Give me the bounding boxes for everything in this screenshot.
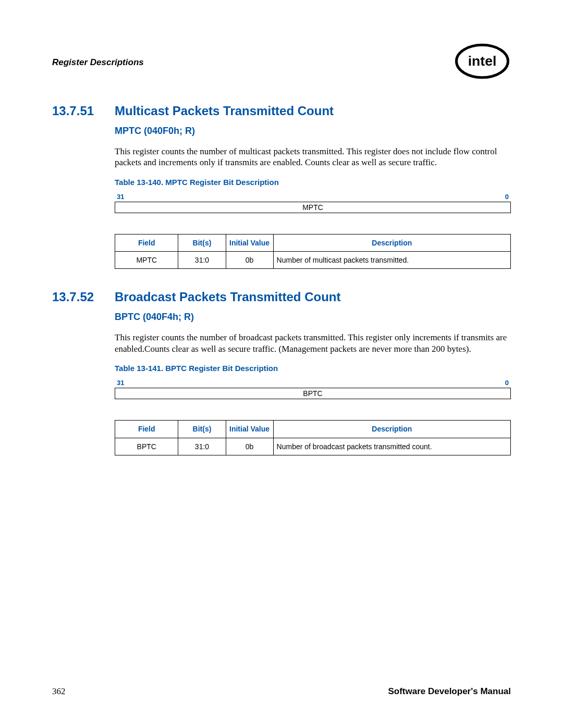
- register-table-2: Field Bit(s) Initial Value Description B…: [115, 420, 511, 455]
- td-initial: 0b: [226, 252, 273, 269]
- section-number: 13.7.51: [52, 104, 115, 118]
- th-desc: Description: [273, 420, 510, 438]
- register-table-1: Field Bit(s) Initial Value Description M…: [115, 234, 511, 269]
- th-initial: Initial Value: [226, 234, 273, 252]
- td-bits: 31:0: [178, 252, 226, 269]
- register-subheading: BPTC (040F4h; R): [115, 312, 511, 323]
- td-initial: 0b: [226, 438, 273, 455]
- th-bits: Bit(s): [178, 234, 226, 252]
- th-field: Field: [115, 420, 178, 438]
- chapter-title: Register Descriptions: [52, 57, 144, 68]
- svg-text:intel: intel: [468, 53, 497, 69]
- page-footer: 362 Software Developer's Manual: [52, 686, 511, 697]
- table-caption: Table 13-141. BPTC Register Bit Descript…: [115, 364, 511, 373]
- td-field: MPTC: [115, 252, 178, 269]
- th-field: Field: [115, 234, 178, 252]
- page-container: Register Descriptions intel 13.7.51 Mult…: [0, 0, 563, 728]
- section-body: This register counts the number of broad…: [115, 332, 511, 354]
- bit-field-box: MPTC: [115, 202, 511, 213]
- page-number: 362: [52, 686, 66, 697]
- section-title: Multicast Packets Transmitted Count: [115, 104, 334, 118]
- section-content-1: MPTC (040F0h; R) This register counts th…: [115, 126, 511, 269]
- td-desc: Number of multicast packets transmitted.: [273, 252, 510, 269]
- table-header-row: Field Bit(s) Initial Value Description: [115, 420, 511, 438]
- td-desc: Number of broadcast packets transmitted …: [273, 438, 510, 455]
- bit-field-box: BPTC: [115, 388, 511, 399]
- intel-logo-icon: intel: [454, 42, 511, 83]
- section-title: Broadcast Packets Transmitted Count: [115, 290, 340, 304]
- bit-high: 31: [117, 193, 124, 201]
- th-bits: Bit(s): [178, 420, 226, 438]
- td-field: BPTC: [115, 438, 178, 455]
- bit-range-labels: 31 0: [115, 193, 511, 201]
- table-header-row: Field Bit(s) Initial Value Description: [115, 234, 511, 252]
- bit-range-labels: 31 0: [115, 379, 511, 387]
- section-heading-1: 13.7.51 Multicast Packets Transmitted Co…: [52, 104, 511, 118]
- table-row: BPTC 31:0 0b Number of broadcast packets…: [115, 438, 511, 455]
- th-desc: Description: [273, 234, 510, 252]
- table-caption: Table 13-140. MPTC Register Bit Descript…: [115, 178, 511, 187]
- section-number: 13.7.52: [52, 290, 115, 304]
- bit-low: 0: [505, 193, 509, 201]
- bit-high: 31: [117, 379, 124, 387]
- table-row: MPTC 31:0 0b Number of multicast packets…: [115, 252, 511, 269]
- manual-title: Software Developer's Manual: [388, 686, 511, 697]
- register-subheading: MPTC (040F0h; R): [115, 126, 511, 137]
- td-bits: 31:0: [178, 438, 226, 455]
- section-body: This register counts the number of multi…: [115, 146, 511, 168]
- th-initial: Initial Value: [226, 420, 273, 438]
- bit-low: 0: [505, 379, 509, 387]
- section-heading-2: 13.7.52 Broadcast Packets Transmitted Co…: [52, 290, 511, 304]
- section-content-2: BPTC (040F4h; R) This register counts th…: [115, 312, 511, 455]
- page-header: Register Descriptions intel: [52, 42, 511, 83]
